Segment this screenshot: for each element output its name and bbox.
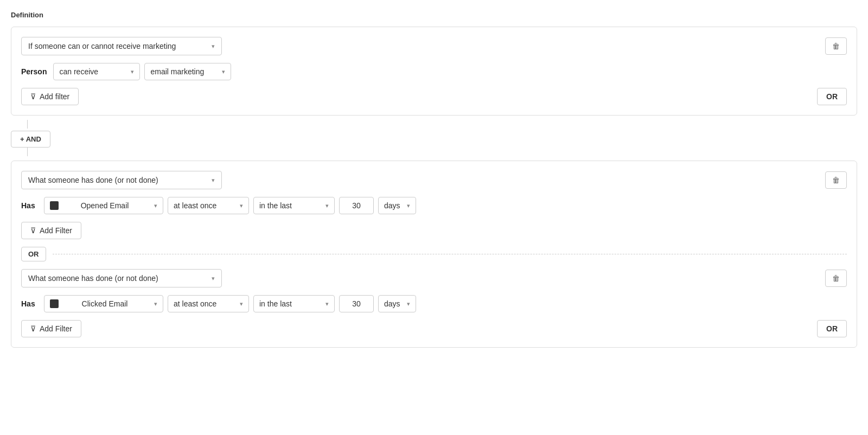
block2-main-select[interactable]: What someone has done (or not done) ▾: [21, 171, 222, 189]
block1-or-button[interactable]: OR: [817, 88, 847, 105]
block2-event2-chevron: ▾: [154, 300, 157, 308]
block2-time-condition-select[interactable]: in the last ▾: [253, 197, 335, 214]
block2-time2-value-input[interactable]: [339, 295, 374, 312]
block2b-add-filter-icon: ⊽: [30, 324, 36, 333]
block1-main-select-label: If someone can or cannot receive marketi…: [28, 42, 176, 50]
block2-time-value-input[interactable]: [339, 197, 374, 214]
block2-time2-unit-select[interactable]: days ▾: [378, 295, 416, 312]
block2-time2-condition-select[interactable]: in the last ▾: [253, 295, 335, 312]
block2-time-condition-chevron: ▾: [326, 202, 329, 209]
block2b-main-select-chevron: ▾: [212, 275, 215, 282]
block2-time-unit-chevron: ▾: [407, 202, 410, 209]
block2-event2-name: Clicked Email: [82, 299, 128, 308]
block2-event1-chevron: ▾: [154, 202, 157, 209]
block2-event2-select[interactable]: Clicked Email ▾: [44, 295, 163, 312]
condition-block-2: What someone has done (or not done) ▾ 🗑 …: [11, 161, 857, 348]
and-connector: + AND: [11, 116, 857, 161]
block1-can-receive-label: can receive: [59, 67, 98, 76]
block2-event1-icon: [50, 201, 59, 210]
block2-frequency-label: at least once: [174, 201, 216, 210]
page-title: Definition: [11, 11, 857, 19]
block2-clicked-email-row: Has Clicked Email ▾ at least once ▾ in t…: [21, 295, 847, 312]
block2-frequency-chevron: ▾: [240, 202, 243, 209]
block2b-main-select[interactable]: What someone has done (or not done) ▾: [21, 269, 222, 287]
block2-time-condition-label: in the last: [259, 201, 292, 210]
block2b-add-filter-button[interactable]: ⊽ Add Filter: [21, 320, 81, 337]
block2-time2-condition-label: in the last: [259, 299, 292, 308]
block1-main-select[interactable]: If someone can or cannot receive marketi…: [21, 37, 222, 55]
block2-event2-icon: [50, 299, 59, 308]
block2-time-unit-label: days: [384, 201, 400, 210]
block1-add-filter-label: Add filter: [40, 92, 69, 101]
block2-event1-name: Opened Email: [81, 201, 129, 210]
block2-add-filter-label: Add Filter: [40, 226, 72, 235]
block2-frequency2-label: at least once: [174, 299, 216, 308]
block2-event1-select[interactable]: Opened Email ▾: [44, 197, 163, 214]
and-line-top: [27, 120, 28, 129]
block2-main-select-chevron: ▾: [212, 177, 215, 184]
block2-time2-unit-label: days: [384, 299, 400, 308]
block1-delete-button[interactable]: 🗑: [825, 37, 847, 55]
block2-delete-button[interactable]: 🗑: [825, 171, 847, 189]
block2-frequency2-select[interactable]: at least once ▾: [168, 295, 249, 312]
block1-add-filter-button[interactable]: ⊽ Add filter: [21, 88, 79, 105]
block1-marketing-type-select[interactable]: email marketing ▾: [144, 63, 231, 80]
block2-time2-unit-chevron: ▾: [407, 300, 410, 308]
block2-frequency2-chevron: ▾: [240, 300, 243, 308]
block1-person-label: Person: [21, 67, 47, 76]
block2-add-filter-icon: ⊽: [30, 226, 36, 235]
block2-add-filter-button[interactable]: ⊽ Add Filter: [21, 222, 81, 239]
block2-or-button[interactable]: OR: [817, 320, 847, 337]
block1-person-row: Person can receive ▾ email marketing ▾: [21, 63, 847, 80]
block1-add-filter-icon: ⊽: [30, 92, 36, 101]
block2-time-unit-select[interactable]: days ▾: [378, 197, 416, 214]
block1-can-receive-chevron: ▾: [131, 68, 134, 75]
block2b-has-label: Has: [21, 299, 37, 308]
block2-header: What someone has done (or not done) ▾ 🗑: [21, 171, 847, 189]
block1-marketing-type-label: email marketing: [150, 67, 204, 76]
block1-can-receive-select[interactable]: can receive ▾: [53, 63, 140, 80]
block2-time2-condition-chevron: ▾: [326, 300, 329, 308]
or-divider: OR: [21, 247, 847, 261]
block2b-add-filter-label: Add Filter: [40, 324, 72, 333]
block2-frequency-select[interactable]: at least once ▾: [168, 197, 249, 214]
condition-block-1: If someone can or cannot receive marketi…: [11, 27, 857, 116]
block1-marketing-type-chevron: ▾: [222, 68, 225, 75]
block1-header: If someone can or cannot receive marketi…: [21, 37, 847, 55]
or-dashed-line: [53, 254, 847, 254]
block2b-main-select-label: What someone has done (or not done): [28, 274, 158, 283]
and-line-bottom: [27, 148, 28, 156]
block2b-header: What someone has done (or not done) ▾ 🗑: [21, 269, 847, 287]
block2-main-select-label: What someone has done (or not done): [28, 176, 158, 184]
and-button[interactable]: + AND: [11, 131, 50, 148]
block2-opened-email-row: Has Opened Email ▾ at least once ▾ in th…: [21, 197, 847, 214]
block2b-delete-button[interactable]: 🗑: [825, 270, 847, 287]
block2-has-label: Has: [21, 201, 37, 210]
block1-main-select-chevron: ▾: [212, 43, 215, 50]
or-tag: OR: [21, 247, 46, 261]
